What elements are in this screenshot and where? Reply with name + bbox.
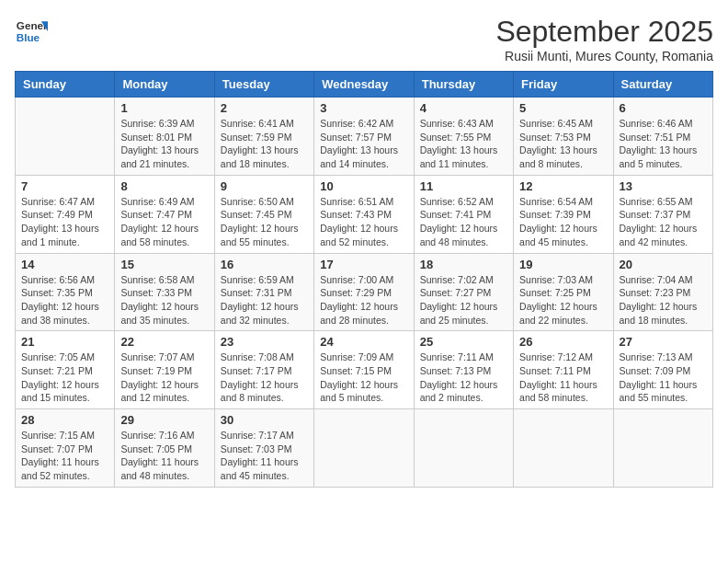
- day-number: 24: [320, 335, 407, 349]
- day-number: 18: [420, 258, 507, 271]
- week-row-5: 28Sunrise: 7:15 AMSunset: 7:07 PMDayligh…: [16, 409, 713, 488]
- day-info: Sunrise: 7:15 AMSunset: 7:07 PMDaylight:…: [21, 429, 108, 483]
- day-info: Sunrise: 7:11 AMSunset: 7:13 PMDaylight:…: [420, 350, 507, 405]
- header-sunday: Sunday: [16, 72, 115, 98]
- table-row: 10Sunrise: 6:51 AMSunset: 7:43 PMDayligh…: [314, 175, 414, 253]
- day-info: Sunrise: 7:17 AMSunset: 7:03 PMDaylight:…: [221, 429, 308, 483]
- table-row: 4Sunrise: 6:43 AMSunset: 7:55 PMDaylight…: [414, 98, 513, 176]
- day-number: 29: [120, 413, 208, 427]
- day-number: 27: [620, 335, 707, 349]
- day-info: Sunrise: 6:58 AMSunset: 7:33 PMDaylight:…: [120, 273, 208, 327]
- day-info: Sunrise: 6:56 AMSunset: 7:35 PMDaylight:…: [21, 273, 108, 327]
- table-row: 6Sunrise: 6:46 AMSunset: 7:51 PMDaylight…: [613, 98, 712, 176]
- table-row: 25Sunrise: 7:11 AMSunset: 7:13 PMDayligh…: [414, 331, 513, 409]
- table-row: 18Sunrise: 7:02 AMSunset: 7:27 PMDayligh…: [414, 253, 513, 331]
- table-row: [514, 409, 613, 488]
- day-number: 28: [21, 413, 108, 427]
- svg-text:General: General: [17, 19, 48, 31]
- day-number: 6: [620, 101, 707, 115]
- week-row-3: 14Sunrise: 6:56 AMSunset: 7:35 PMDayligh…: [16, 253, 713, 331]
- day-info: Sunrise: 7:07 AMSunset: 7:19 PMDaylight:…: [120, 350, 208, 405]
- page-header: General Blue September 2025 Rusii Munti,…: [15, 15, 713, 63]
- day-number: 8: [120, 179, 208, 193]
- week-row-1: 1Sunrise: 6:39 AMSunset: 8:01 PMDaylight…: [16, 98, 713, 176]
- day-info: Sunrise: 6:47 AMSunset: 7:49 PMDaylight:…: [21, 195, 108, 249]
- day-number: 13: [620, 179, 707, 193]
- location-subtitle: Rusii Munti, Mures County, Romania: [495, 49, 713, 63]
- day-info: Sunrise: 7:03 AMSunset: 7:25 PMDaylight:…: [519, 273, 607, 327]
- day-number: 16: [221, 258, 308, 271]
- day-number: 2: [221, 101, 308, 115]
- day-number: 21: [21, 335, 108, 349]
- table-row: 12Sunrise: 6:54 AMSunset: 7:39 PMDayligh…: [514, 175, 613, 253]
- table-row: 15Sunrise: 6:58 AMSunset: 7:33 PMDayligh…: [115, 253, 214, 331]
- header-saturday: Saturday: [613, 72, 712, 98]
- day-number: 1: [120, 101, 208, 115]
- day-number: 10: [320, 179, 407, 193]
- day-number: 9: [221, 179, 308, 193]
- svg-text:Blue: Blue: [17, 31, 40, 43]
- table-row: 29Sunrise: 7:16 AMSunset: 7:05 PMDayligh…: [115, 409, 214, 488]
- day-number: 15: [120, 258, 208, 271]
- table-row: 13Sunrise: 6:55 AMSunset: 7:37 PMDayligh…: [613, 175, 712, 253]
- table-row: 2Sunrise: 6:41 AMSunset: 7:59 PMDaylight…: [214, 98, 313, 176]
- day-info: Sunrise: 6:52 AMSunset: 7:41 PMDaylight:…: [420, 195, 507, 249]
- day-info: Sunrise: 6:51 AMSunset: 7:43 PMDaylight:…: [320, 195, 407, 249]
- table-row: 19Sunrise: 7:03 AMSunset: 7:25 PMDayligh…: [514, 253, 613, 331]
- day-info: Sunrise: 7:16 AMSunset: 7:05 PMDaylight:…: [120, 429, 208, 483]
- header-thursday: Thursday: [414, 72, 513, 98]
- day-info: Sunrise: 6:45 AMSunset: 7:53 PMDaylight:…: [519, 117, 607, 171]
- table-row: 5Sunrise: 6:45 AMSunset: 7:53 PMDaylight…: [514, 98, 613, 176]
- day-number: 25: [420, 335, 507, 349]
- table-row: 14Sunrise: 6:56 AMSunset: 7:35 PMDayligh…: [16, 253, 115, 331]
- day-info: Sunrise: 6:41 AMSunset: 7:59 PMDaylight:…: [221, 117, 308, 171]
- table-row: [314, 409, 414, 488]
- day-info: Sunrise: 7:05 AMSunset: 7:21 PMDaylight:…: [21, 350, 108, 405]
- day-info: Sunrise: 6:59 AMSunset: 7:31 PMDaylight:…: [221, 273, 308, 327]
- table-row: [613, 409, 712, 488]
- day-info: Sunrise: 6:50 AMSunset: 7:45 PMDaylight:…: [221, 195, 308, 249]
- header-wednesday: Wednesday: [314, 72, 414, 98]
- day-number: 11: [420, 179, 507, 193]
- day-info: Sunrise: 7:12 AMSunset: 7:11 PMDaylight:…: [519, 350, 607, 405]
- table-row: 30Sunrise: 7:17 AMSunset: 7:03 PMDayligh…: [214, 409, 313, 488]
- day-number: 30: [221, 413, 308, 427]
- table-row: [414, 409, 513, 488]
- table-row: 11Sunrise: 6:52 AMSunset: 7:41 PMDayligh…: [414, 175, 513, 253]
- calendar-table: Sunday Monday Tuesday Wednesday Thursday…: [15, 71, 713, 488]
- table-row: 17Sunrise: 7:00 AMSunset: 7:29 PMDayligh…: [314, 253, 414, 331]
- header-tuesday: Tuesday: [214, 72, 313, 98]
- table-row: 16Sunrise: 6:59 AMSunset: 7:31 PMDayligh…: [214, 253, 313, 331]
- day-number: 14: [21, 258, 108, 271]
- day-number: 19: [519, 258, 607, 271]
- weekday-header-row: Sunday Monday Tuesday Wednesday Thursday…: [16, 72, 713, 98]
- table-row: [16, 98, 115, 176]
- table-row: 7Sunrise: 6:47 AMSunset: 7:49 PMDaylight…: [16, 175, 115, 253]
- day-info: Sunrise: 6:46 AMSunset: 7:51 PMDaylight:…: [620, 117, 707, 171]
- day-number: 12: [519, 179, 607, 193]
- day-number: 22: [120, 335, 208, 349]
- table-row: 22Sunrise: 7:07 AMSunset: 7:19 PMDayligh…: [115, 331, 214, 409]
- table-row: 26Sunrise: 7:12 AMSunset: 7:11 PMDayligh…: [514, 331, 613, 409]
- day-number: 20: [620, 258, 707, 271]
- header-monday: Monday: [115, 72, 214, 98]
- day-info: Sunrise: 6:43 AMSunset: 7:55 PMDaylight:…: [420, 117, 507, 171]
- day-info: Sunrise: 7:09 AMSunset: 7:15 PMDaylight:…: [320, 350, 407, 405]
- table-row: 3Sunrise: 6:42 AMSunset: 7:57 PMDaylight…: [314, 98, 414, 176]
- day-info: Sunrise: 7:00 AMSunset: 7:29 PMDaylight:…: [320, 273, 407, 327]
- day-info: Sunrise: 7:13 AMSunset: 7:09 PMDaylight:…: [620, 350, 707, 405]
- table-row: 27Sunrise: 7:13 AMSunset: 7:09 PMDayligh…: [613, 331, 712, 409]
- day-info: Sunrise: 6:42 AMSunset: 7:57 PMDaylight:…: [320, 117, 407, 171]
- week-row-4: 21Sunrise: 7:05 AMSunset: 7:21 PMDayligh…: [16, 331, 713, 409]
- table-row: 28Sunrise: 7:15 AMSunset: 7:07 PMDayligh…: [16, 409, 115, 488]
- table-row: 1Sunrise: 6:39 AMSunset: 8:01 PMDaylight…: [115, 98, 214, 176]
- header-friday: Friday: [514, 72, 613, 98]
- day-number: 17: [320, 258, 407, 271]
- day-number: 4: [420, 101, 507, 115]
- day-info: Sunrise: 6:54 AMSunset: 7:39 PMDaylight:…: [519, 195, 607, 249]
- table-row: 8Sunrise: 6:49 AMSunset: 7:47 PMDaylight…: [115, 175, 214, 253]
- day-number: 3: [320, 101, 407, 115]
- day-info: Sunrise: 7:02 AMSunset: 7:27 PMDaylight:…: [420, 273, 507, 327]
- day-number: 26: [519, 335, 607, 349]
- table-row: 23Sunrise: 7:08 AMSunset: 7:17 PMDayligh…: [214, 331, 313, 409]
